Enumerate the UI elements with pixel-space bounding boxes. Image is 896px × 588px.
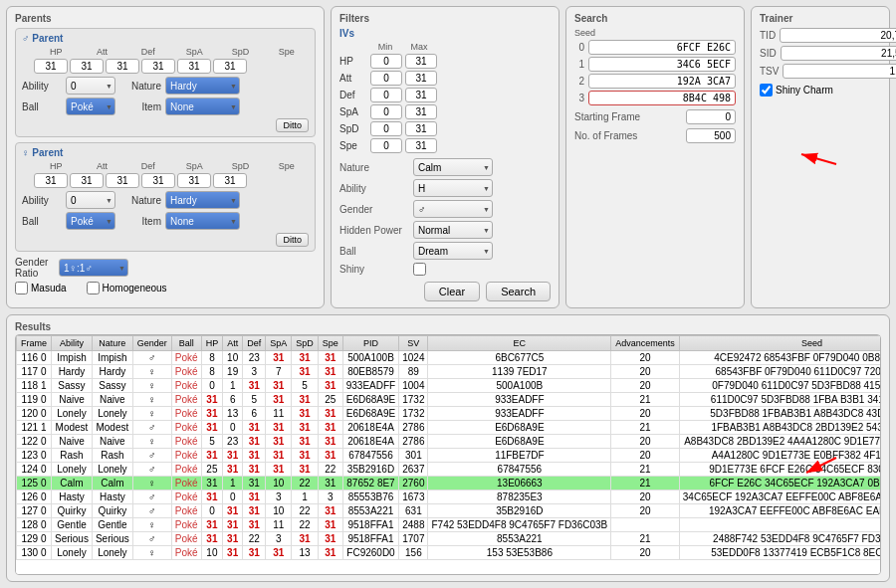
- parent1-ivs-header: HP Att Def SpA SpD Spe: [22, 47, 309, 57]
- parent1-ditto-button[interactable]: Ditto: [276, 118, 309, 132]
- results-table-wrapper[interactable]: Frame Ability Nature Gender Ball HP Att …: [15, 334, 881, 575]
- seed-input-3[interactable]: [588, 91, 736, 105]
- table-row[interactable]: 125 0CalmCalm♀Poké3113110223187652 8E727…: [17, 477, 882, 490]
- seed-input-2[interactable]: [588, 74, 736, 89]
- homogeneous-label[interactable]: Homogeneous: [87, 282, 167, 294]
- parent1-item-select[interactable]: None: [165, 98, 240, 115]
- table-cell: 1139 7ED17: [428, 365, 611, 379]
- minmax-header: Min Max: [339, 42, 551, 52]
- parent1-nature-select[interactable]: Hardy: [165, 77, 240, 95]
- table-cell: ♀: [132, 435, 171, 449]
- table-cell: 31: [318, 449, 342, 463]
- tid-input[interactable]: [780, 28, 896, 43]
- parent1-iv-spd[interactable]: [177, 59, 211, 74]
- clear-button[interactable]: Clear: [424, 282, 480, 301]
- masuda-checkbox[interactable]: [15, 282, 28, 294]
- search-title: Search: [574, 13, 736, 24]
- table-row[interactable]: 128 0GentleGentle♀Poké3131311122319518FF…: [17, 518, 882, 532]
- table-row[interactable]: 126 0HastyHasty♂Poké3103131385553B761673…: [17, 490, 882, 504]
- filter-spa-max[interactable]: [405, 104, 437, 119]
- table-row[interactable]: 121 1ModestModest♂Poké3103131313120618E4…: [17, 421, 882, 435]
- search-button[interactable]: Search: [486, 282, 551, 301]
- results-table: Frame Ability Nature Gender Ball HP Att …: [16, 335, 881, 560]
- parent2-iv-spe[interactable]: [213, 173, 247, 188]
- parent1-iv-att[interactable]: [70, 59, 104, 74]
- gender-ratio-row: Gender Ratio 1♀:1♂: [15, 257, 316, 279]
- shiny-charm-checkbox[interactable]: [760, 84, 773, 97]
- num-frames-input[interactable]: [686, 128, 736, 143]
- parent2-iv-att[interactable]: [70, 173, 104, 188]
- parent1-ability-select[interactable]: 0: [66, 77, 115, 95]
- homogeneous-checkbox[interactable]: [87, 282, 100, 294]
- parent2-ditto-button[interactable]: Ditto: [276, 233, 309, 247]
- parent1-iv-hp[interactable]: [34, 59, 68, 74]
- filter-hp-type-select[interactable]: Normal: [413, 221, 493, 239]
- table-row[interactable]: 120 0LonelyLonely♀Poké31136113131E6D68A9…: [17, 407, 882, 421]
- seed-input-0[interactable]: [588, 40, 736, 55]
- parent1-iv-spe[interactable]: [213, 59, 247, 74]
- col-seed: Seed: [679, 336, 881, 351]
- parent2-item-select[interactable]: None: [165, 212, 240, 230]
- tsv-input[interactable]: [783, 64, 896, 79]
- parent2-iv-spd[interactable]: [177, 173, 211, 188]
- filter-spe-max[interactable]: [405, 138, 437, 153]
- parent2-iv-row: [22, 173, 309, 188]
- table-cell: ♀: [132, 365, 171, 379]
- parent2-item-select-wrap: None: [165, 212, 240, 230]
- filter-spe-min[interactable]: [370, 138, 402, 153]
- table-row[interactable]: 119 0NaiveNaive♀Poké3165313125E6D68A9E17…: [17, 393, 882, 407]
- table-cell: ♂: [132, 449, 171, 463]
- filter-att-max[interactable]: [405, 71, 437, 86]
- parent1-iv-spa[interactable]: [141, 59, 175, 74]
- filter-att-min[interactable]: [370, 71, 402, 86]
- table-cell: 20: [611, 365, 680, 379]
- sid-input[interactable]: [781, 46, 896, 61]
- parent2-ability-select[interactable]: 0: [66, 191, 115, 209]
- table-row[interactable]: 124 0LonelyLonely♂Poké25313131312235B291…: [17, 463, 882, 477]
- table-cell: 31: [201, 407, 223, 421]
- table-row[interactable]: 129 0SeriousSerious♂Poké313122331319518F…: [17, 532, 882, 546]
- table-row[interactable]: 118 1SassySassy♀Poké013131531933EADFF100…: [17, 379, 882, 393]
- filter-hp-max[interactable]: [405, 54, 437, 69]
- filter-gender-select[interactable]: ♂: [413, 200, 493, 218]
- table-row[interactable]: 127 0QuirkyQuirky♂Poké031311022318553A22…: [17, 504, 882, 518]
- table-cell: Poké: [171, 532, 201, 546]
- parent2-ball-select[interactable]: Poké: [66, 212, 115, 230]
- parent1-ability-select-wrap: 0: [66, 77, 115, 95]
- filter-spd-max[interactable]: [405, 121, 437, 136]
- filter-spa-min[interactable]: [370, 104, 402, 119]
- seed-input-1[interactable]: [588, 57, 736, 72]
- table-row[interactable]: 123 0RashRash♂Poké3131313131316784755630…: [17, 449, 882, 463]
- trainer-title: Trainer: [760, 13, 881, 24]
- table-cell: 20: [611, 351, 680, 365]
- parent2-iv-spa[interactable]: [141, 173, 175, 188]
- parent2-iv-hp[interactable]: [34, 173, 68, 188]
- filter-hp-min[interactable]: [370, 54, 402, 69]
- num-frames-label: No. of Frames: [574, 130, 682, 141]
- table-row[interactable]: 130 0LonelyLonely♀Poké103131311331FC9260…: [17, 546, 882, 560]
- parent2-nature-select[interactable]: Hardy: [165, 191, 240, 209]
- filter-ability-select[interactable]: H: [413, 179, 493, 197]
- gender-ratio-select[interactable]: 1♀:1♂: [59, 259, 128, 277]
- filter-shiny-checkbox[interactable]: [413, 263, 426, 276]
- starting-frame-input[interactable]: [686, 109, 736, 124]
- parent2-iv-def[interactable]: [106, 173, 139, 188]
- shiny-charm-label[interactable]: Shiny Charm: [760, 84, 881, 97]
- iv-col-spe: Spe: [265, 47, 309, 57]
- filter-def-min[interactable]: [370, 88, 402, 102]
- filter-ball-select[interactable]: Dream: [413, 242, 493, 260]
- table-row[interactable]: 117 0HardyHardy♀Poké81937313180EB8579891…: [17, 365, 882, 379]
- table-cell: 0: [223, 490, 243, 504]
- parent2-ability-row: Ability 0 Nature Hardy: [22, 191, 309, 209]
- masuda-label[interactable]: Masuda: [15, 282, 67, 294]
- parent1-ball-select[interactable]: Poké: [66, 98, 115, 115]
- filter-spd-min[interactable]: [370, 121, 402, 136]
- parent1-iv-def[interactable]: [106, 59, 139, 74]
- filter-def-max[interactable]: [405, 88, 437, 102]
- table-cell: 1673: [399, 490, 428, 504]
- filter-ball-label: Ball: [339, 246, 409, 257]
- table-cell: 3: [266, 490, 292, 504]
- table-row[interactable]: 116 0ImpishImpish♂Poké81023313131500A100…: [17, 351, 882, 365]
- filter-nature-select[interactable]: Calm: [413, 158, 493, 176]
- table-row[interactable]: 122 0NaiveNaive♀Poké5233131313120618E4A2…: [17, 435, 882, 449]
